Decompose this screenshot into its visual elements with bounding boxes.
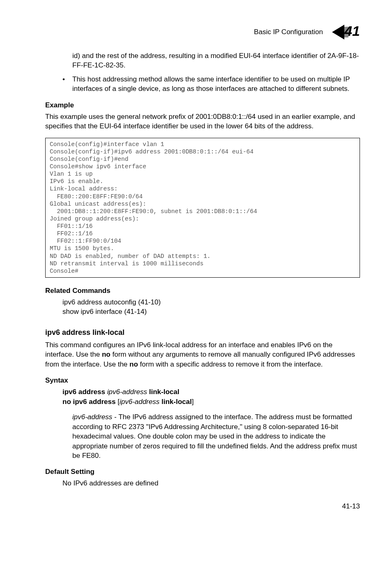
continuation-paragraph: id) and the rest of the address, resulti… bbox=[72, 51, 360, 70]
related-commands-heading: Related Commands bbox=[45, 287, 360, 295]
example-description: This example uses the general network pr… bbox=[45, 112, 360, 131]
bullet-item: • This host addressing method allows the… bbox=[62, 74, 360, 94]
command-heading: ipv6 address link-local bbox=[45, 328, 360, 337]
page-number: 41-13 bbox=[45, 502, 360, 511]
syntax-heading: Syntax bbox=[45, 376, 360, 385]
syntax-parameter-desc: ipv6-address - The IPv6 address assigned… bbox=[72, 412, 360, 460]
chapter-number: 41 bbox=[344, 23, 360, 39]
related-command-item: ipv6 address autoconfig (41-10) bbox=[62, 297, 360, 307]
page-header: Basic IP Configuration 41 bbox=[45, 24, 360, 40]
syntax-lines: ipv6 address ipv6-address link-local no … bbox=[62, 387, 360, 406]
bullet-marker: • bbox=[62, 74, 72, 94]
chapter-icon: 41 bbox=[328, 24, 360, 40]
command-description: This command configures an IPv6 link-loc… bbox=[45, 340, 360, 369]
header-title: Basic IP Configuration bbox=[254, 28, 323, 36]
example-heading: Example bbox=[45, 101, 360, 109]
code-block: Console(config)#interface vlan 1 Console… bbox=[45, 138, 360, 278]
default-setting-heading: Default Setting bbox=[45, 468, 360, 476]
bullet-text: This host addressing method allows the s… bbox=[72, 74, 360, 94]
default-setting-text: No IPv6 addresses are defined bbox=[62, 478, 360, 488]
related-command-item: show ipv6 interface (41-14) bbox=[62, 307, 360, 316]
